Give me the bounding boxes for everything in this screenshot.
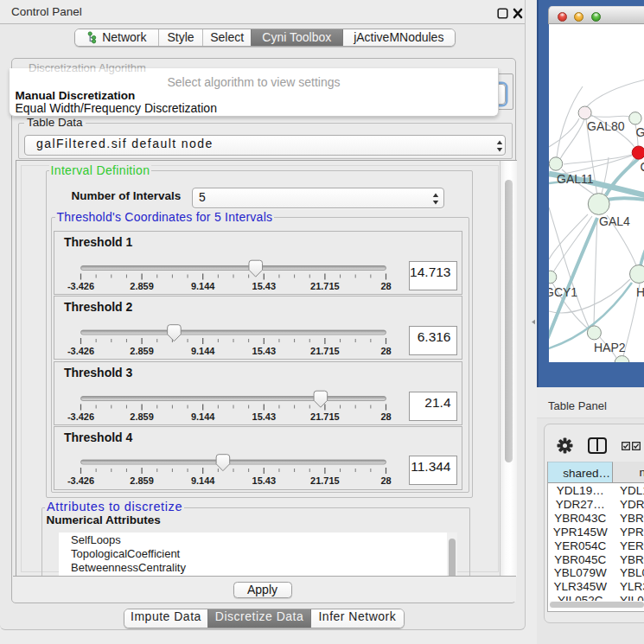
svg-text:21.715: 21.715 bbox=[310, 411, 340, 422]
svg-text:21.715: 21.715 bbox=[310, 475, 340, 486]
svg-text:9.144: 9.144 bbox=[190, 411, 214, 422]
svg-text:HAP2: HAP2 bbox=[594, 341, 626, 354]
svg-text:28: 28 bbox=[380, 411, 391, 422]
svg-text:21.715: 21.715 bbox=[310, 346, 340, 356]
svg-text:GAL11: GAL11 bbox=[557, 172, 594, 186]
svg-text:28: 28 bbox=[380, 346, 391, 356]
svg-text:15.43: 15.43 bbox=[252, 411, 276, 422]
svg-text:-3.426: -3.426 bbox=[67, 281, 93, 291]
svg-text:28: 28 bbox=[380, 281, 391, 291]
svg-text:-3.426: -3.426 bbox=[67, 346, 93, 356]
svg-text:GAL80: GAL80 bbox=[587, 119, 625, 133]
svg-text:28: 28 bbox=[380, 475, 391, 486]
svg-text:C: C bbox=[641, 160, 644, 174]
svg-text:15.43: 15.43 bbox=[252, 346, 276, 356]
svg-text:15.43: 15.43 bbox=[252, 475, 276, 486]
svg-text:2.859: 2.859 bbox=[130, 346, 154, 356]
svg-text:21.715: 21.715 bbox=[310, 281, 340, 291]
svg-text:2.859: 2.859 bbox=[130, 411, 154, 422]
svg-text:15.43: 15.43 bbox=[252, 281, 276, 291]
svg-text:-3.426: -3.426 bbox=[67, 411, 93, 422]
svg-text:GCY1: GCY1 bbox=[549, 285, 577, 299]
svg-text:9.144: 9.144 bbox=[190, 475, 214, 486]
svg-text:-3.426: -3.426 bbox=[67, 475, 93, 486]
svg-text:2.859: 2.859 bbox=[130, 475, 154, 486]
svg-text:GA: GA bbox=[636, 125, 644, 139]
svg-text:2.859: 2.859 bbox=[130, 281, 154, 291]
svg-text:H: H bbox=[636, 285, 644, 299]
svg-text:9.144: 9.144 bbox=[190, 346, 214, 356]
svg-text:9.144: 9.144 bbox=[190, 281, 214, 291]
svg-text:GAL4: GAL4 bbox=[599, 214, 630, 228]
